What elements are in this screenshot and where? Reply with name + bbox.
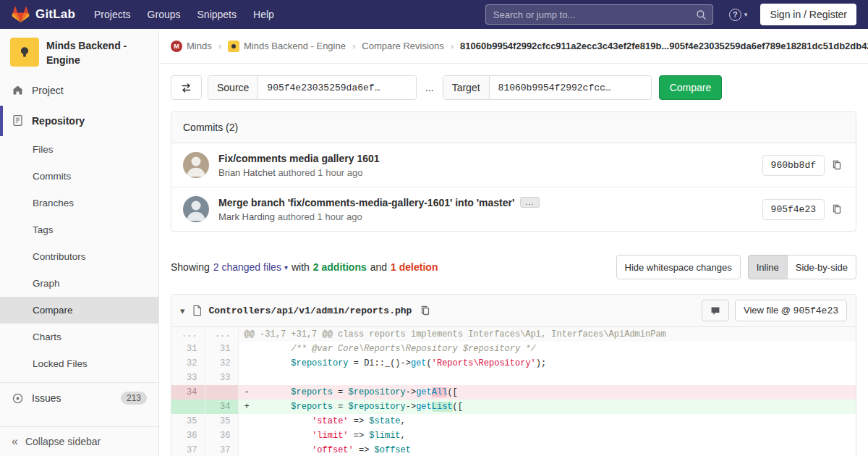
old-line-number[interactable]: 31 [171, 342, 205, 356]
commit-author-link[interactable]: Brian Hatchet [218, 167, 276, 178]
breadcrumb-separator: › [218, 41, 221, 51]
file-path: Controllers/api/v1/admin/reports.php [209, 305, 412, 316]
collapse-sidebar-button[interactable]: « Collapse sidebar [0, 426, 158, 456]
commit-row: Merge branch 'fix/comments-media-gallery… [171, 187, 856, 231]
sidebar-item-branches[interactable]: Branches [0, 190, 158, 216]
nav-item-projects[interactable]: Projects [94, 9, 131, 20]
view-file-button[interactable]: View file @ 905f4e23 [735, 300, 847, 321]
commit-time: authored 1 hour ago [278, 167, 362, 178]
sidebar-item-graph[interactable]: Graph [0, 270, 158, 297]
help-menu[interactable]: ? ▾ [729, 9, 748, 21]
diff-line-content: 'offset' => $offset [238, 443, 856, 456]
new-line-number[interactable]: 35 [205, 414, 238, 428]
commit-sha-button[interactable]: 905f4e23 [762, 199, 825, 220]
commit-list: Fix/comments media gallery 1601Brian Hat… [171, 143, 856, 231]
sidebar-item-contributors[interactable]: Contributors [0, 243, 158, 270]
repository-icon [12, 114, 24, 127]
breadcrumb-link[interactable]: MMinds [171, 41, 212, 52]
hide-whitespace-button[interactable]: Hide whitespace changes [616, 255, 741, 279]
copy-file-path-button[interactable] [418, 303, 433, 318]
collapse-diff-caret[interactable]: ▾ [180, 305, 185, 316]
diff-line-content [238, 371, 856, 385]
compare-button[interactable]: Compare [659, 75, 723, 100]
old-line-number[interactable] [171, 400, 205, 414]
sidebar-item-compare[interactable]: Compare [0, 297, 158, 324]
target-label: Target [443, 76, 490, 99]
diff-line-context: 3535 'state' => $state, [171, 414, 856, 428]
sidebar-item-tags[interactable]: Tags [0, 216, 158, 243]
project-context[interactable]: Minds Backend - Engine [0, 29, 158, 75]
body-row: Minds Backend - Engine Project [0, 29, 868, 456]
sign-in-button[interactable]: Sign in / Register [760, 4, 856, 25]
commit-author-link[interactable]: Mark Harding [218, 211, 275, 222]
old-line-number[interactable]: 35 [171, 414, 205, 428]
swap-revisions-button[interactable] [171, 75, 202, 100]
new-line-number[interactable]: 32 [205, 356, 238, 371]
sidebar-item-label: Project [32, 85, 64, 96]
new-line-number[interactable]: 37 [205, 443, 238, 456]
sidebar-item-commits[interactable]: Commits [0, 163, 158, 190]
sidebar-item-project[interactable]: Project [0, 75, 158, 106]
old-line-number[interactable]: 33 [171, 371, 205, 385]
new-line-number[interactable]: 36 [205, 428, 238, 443]
gitlab-logo[interactable]: GitLab [12, 6, 75, 23]
issues-count-badge: 213 [121, 392, 147, 405]
showing-label: Showing [171, 261, 210, 273]
diff-line-marker [244, 445, 250, 455]
toggle-comments-button[interactable] [702, 300, 729, 321]
new-line-number[interactable] [205, 385, 238, 400]
old-line-number[interactable]: 36 [171, 428, 205, 443]
file-diff-header: ▾ Controllers/api/v1/admin/reports.php [171, 295, 856, 327]
new-line-number[interactable]: 33 [205, 371, 238, 385]
file-icon [192, 305, 203, 316]
commit-message-expander[interactable]: ... [520, 197, 539, 208]
sidebar-item-issues[interactable]: Issues 213 [0, 382, 158, 414]
new-line-number[interactable]: 31 [205, 342, 238, 356]
new-line-number[interactable]: 34 [205, 400, 238, 414]
old-line-number[interactable]: 37 [171, 443, 205, 456]
diff-line-marker [244, 416, 250, 426]
sidebar-item-locked-files[interactable]: Locked Files [0, 350, 158, 377]
commit-sha-button[interactable]: 960bb8df [762, 155, 825, 176]
diff-line-marker [244, 358, 250, 368]
commit-author-avatar [183, 152, 209, 178]
search-input[interactable] [486, 5, 712, 24]
sidebar-item-label: Issues [32, 392, 61, 404]
navbar-left: GitLab ProjectsGroupsSnippetsHelp [12, 6, 291, 23]
sidebar-item-files[interactable]: Files [0, 136, 158, 163]
nav-item-snippets[interactable]: Snippets [197, 9, 237, 20]
source-input[interactable] [258, 76, 416, 99]
diff-line-add: 34+ $reports = $repository->getList([ [171, 400, 856, 414]
diff-line-context: 3232 $repository = Di::_()->get('Reports… [171, 356, 856, 371]
sidebar-item-charts[interactable]: Charts [0, 324, 158, 350]
copy-sha-button[interactable] [830, 158, 844, 172]
commit-title-link[interactable]: Merge branch 'fix/comments-media-gallery… [218, 197, 514, 208]
diff-table: ......@@ -31,7 +31,7 @@ class reports im… [171, 327, 856, 456]
with-label: with [292, 261, 310, 273]
old-line-number: ... [171, 327, 205, 342]
sidebar-item-repository[interactable]: Repository [0, 106, 158, 136]
target-input[interactable] [490, 76, 651, 99]
project-name: Minds Backend - Engine [46, 38, 148, 68]
search-icon[interactable] [696, 9, 707, 20]
help-icon: ? [729, 9, 741, 21]
commit-title-link[interactable]: Fix/comments media gallery 1601 [218, 153, 380, 164]
changed-files-dropdown[interactable]: 2 changed files ▾ [213, 261, 288, 273]
inline-view-button[interactable]: Inline [748, 255, 788, 279]
compare-form: Source ... Target Compare [171, 75, 856, 100]
commit-info: Fix/comments media gallery 1601Brian Hat… [218, 153, 753, 178]
view-file-label: View file @ [744, 305, 791, 316]
commit-author-avatar [183, 196, 209, 222]
nav-item-groups[interactable]: Groups [148, 9, 181, 20]
diff-line-marker: + [244, 402, 250, 412]
old-line-number[interactable]: 34 [171, 385, 205, 400]
diff-line-content: 'limit' => $limit, [238, 428, 856, 443]
diff-line-context: 3636 'limit' => $limit, [171, 428, 856, 443]
side-by-side-view-button[interactable]: Side-by-side [787, 255, 856, 279]
breadcrumb-link[interactable]: Minds Backend - Engine [228, 41, 346, 52]
source-label: Source [208, 76, 258, 99]
breadcrumb-link[interactable]: Compare Revisions [362, 41, 443, 51]
copy-sha-button[interactable] [830, 202, 844, 216]
nav-item-help[interactable]: Help [253, 9, 274, 20]
old-line-number[interactable]: 32 [171, 356, 205, 371]
